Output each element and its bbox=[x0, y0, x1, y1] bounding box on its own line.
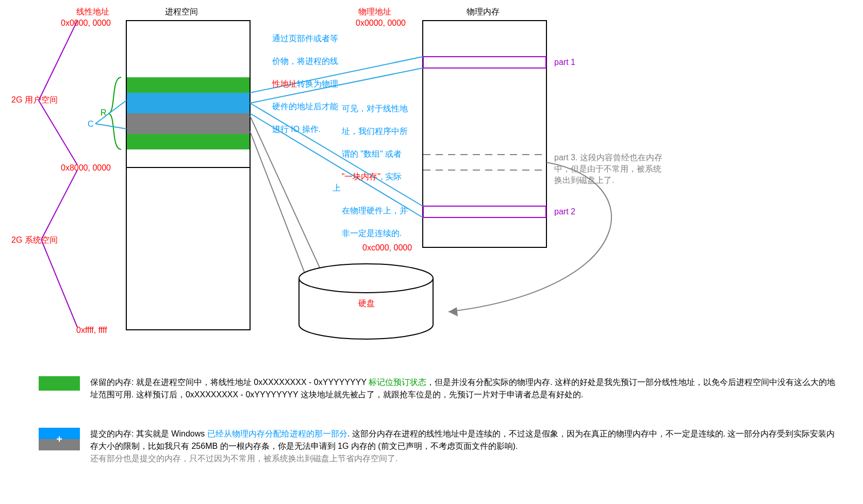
process-space-box bbox=[126, 21, 250, 330]
diagram-stage: 线性地址 进程空间 物理地址 物理内存 0x0000, 0000 0x8000,… bbox=[0, 0, 863, 504]
left-annot-line-1: 通过页部件或者等 bbox=[272, 34, 338, 43]
user-brace-top bbox=[39, 21, 77, 100]
legend-commit-blue: 已经从物理内存分配给进程的那一部分 bbox=[207, 429, 347, 438]
process-space-title: 进程空间 bbox=[165, 6, 198, 18]
reserved-top bbox=[127, 77, 250, 93]
right-annot-line-5: 在物理硬件上，并 bbox=[342, 206, 408, 215]
physical-addr-title: 物理地址 bbox=[358, 6, 391, 18]
user-brace-bot bbox=[39, 100, 77, 165]
right-annot-line-6: 非一定是连续的. bbox=[342, 229, 402, 238]
sys-brace-bot bbox=[41, 240, 77, 327]
R-label: R bbox=[101, 107, 107, 119]
part3-label: part 3. 这段内容曾经也在内存中，但是由于不常用，被系统换出到磁盘上了. bbox=[554, 152, 668, 186]
legend-commit-head: 提交的内存: 其实就是 Windows bbox=[90, 429, 207, 438]
addr-8: 0x8000, 0000 bbox=[61, 162, 111, 174]
right-annot-line-4: "一块内存" bbox=[342, 172, 380, 181]
legend-reserved-text: 保留的内存: 就是在进程空间中，将线性地址 0xXXXXXXXX - 0xYYY… bbox=[90, 376, 843, 401]
legend-commit-gray: 还有部分也是提交的内存，只不过因为不常用，被系统换出到磁盘上节省内存空间了. bbox=[90, 454, 397, 463]
C-line-2 bbox=[95, 124, 126, 129]
disk-label: 硬盘 bbox=[358, 298, 375, 309]
left-annot-line-3b: 转换为物理 bbox=[297, 79, 338, 88]
legend-commit: + 提交的内存: 其实就是 Windows 已经从物理内存分配给进程的那一部分.… bbox=[39, 428, 843, 465]
sys-brace-top bbox=[41, 170, 77, 240]
R-brace bbox=[108, 77, 121, 149]
legend-reserved-head: 保留的内存: 就是在进程空间中，将线性地址 0xXXXXXXXX - 0xYYY… bbox=[90, 378, 369, 387]
left-annot-line-2: 价物，将进程的线 bbox=[272, 57, 338, 65]
right-annotation: 可见，对于线性地 址，我们程序中所 谓的 "数组" 或者 "一块内存", 实际上… bbox=[333, 92, 410, 250]
phys-part2 bbox=[423, 206, 546, 217]
legend-reserved-green: 标记位预订状态 bbox=[369, 378, 426, 387]
physical-mem-title: 物理内存 bbox=[467, 6, 500, 18]
left-annotation: 通过页部件或者等 价物，将进程的线 性地址转换为物理 硬件的地址后才能 进行 I… bbox=[263, 22, 340, 146]
legend-commit-swatch: + bbox=[39, 428, 80, 450]
gray-to-disk-2 bbox=[250, 131, 307, 278]
left-annot-line-3a: 性地址 bbox=[272, 79, 297, 88]
part2-label: part 2 bbox=[554, 206, 575, 217]
swap-arrow-head bbox=[449, 307, 458, 316]
reserved-bot bbox=[127, 134, 250, 149]
addr-f: 0xffff, ffff bbox=[76, 325, 107, 336]
part1-label: part 1 bbox=[554, 57, 575, 68]
right-annot-line-3a: 谓的 "数组" 或者 bbox=[342, 149, 402, 158]
legend-commit-text: 提交的内存: 其实就是 Windows 已经从物理内存分配给进程的那一部分. 这… bbox=[90, 428, 843, 465]
commit-blue bbox=[127, 93, 250, 113]
phys-part1 bbox=[423, 57, 546, 68]
physical-mem-box bbox=[423, 21, 546, 247]
user-space: 2G 用户空间 bbox=[11, 94, 58, 106]
legend-reserved-swatch bbox=[39, 376, 80, 391]
svg-point-0 bbox=[299, 264, 433, 293]
sys-space: 2G 系统空间 bbox=[11, 234, 58, 246]
linear-addr-title: 线性地址 bbox=[76, 6, 109, 18]
C-label: C bbox=[88, 119, 94, 130]
phys-0: 0x0000, 0000 bbox=[356, 18, 406, 29]
commit-gray bbox=[127, 113, 250, 134]
left-annot-line-4: 硬件的地址后才能 bbox=[272, 102, 338, 111]
C-line-1 bbox=[95, 100, 126, 124]
left-annot-line-5: 进行 IO 操作. bbox=[272, 125, 321, 133]
right-annot-line-1: 可见，对于线性地 bbox=[342, 104, 408, 113]
right-annot-line-2: 址，我们程序中所 bbox=[342, 127, 408, 136]
legend-reserved: 保留的内存: 就是在进程空间中，将线性地址 0xXXXXXXXX - 0xYYY… bbox=[39, 376, 843, 401]
addr-0: 0x0000, 0000 bbox=[61, 18, 111, 29]
plus-icon: + bbox=[56, 433, 62, 445]
